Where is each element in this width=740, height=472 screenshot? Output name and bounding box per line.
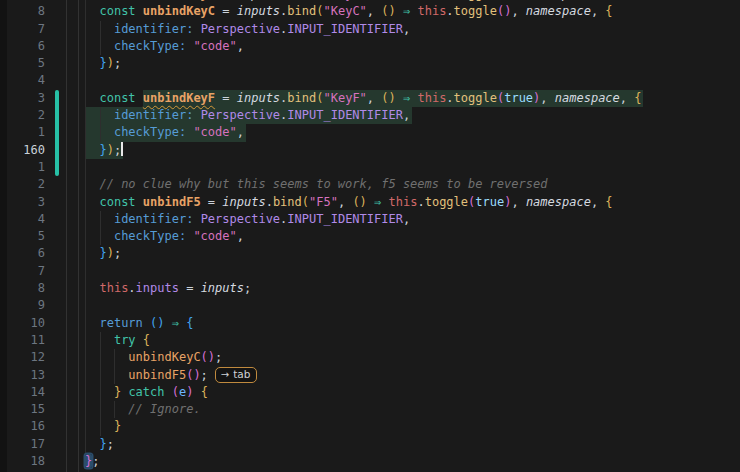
token-pun bbox=[396, 0, 403, 1]
line-number[interactable]: 3 bbox=[0, 90, 45, 107]
code-line[interactable]: 5 }); bbox=[0, 55, 740, 72]
token-ws bbox=[85, 316, 99, 330]
active-line-number[interactable]: 160 bbox=[0, 142, 45, 159]
token-bp: () bbox=[497, 0, 511, 1]
line-number[interactable]: 8 bbox=[0, 3, 45, 20]
token-var: inputs bbox=[237, 0, 280, 1]
line-number[interactable]: 18 bbox=[0, 453, 45, 470]
code-line[interactable]: 4 identifier: Perspective.INPUT_IDENTIFI… bbox=[0, 211, 740, 228]
token-meth: toggle bbox=[425, 195, 468, 209]
line-number[interactable]: 10 bbox=[0, 315, 45, 332]
token-this: this bbox=[99, 281, 128, 295]
code-line-text: identifier: Perspective.INPUT_IDENTIFIER… bbox=[85, 21, 410, 38]
token-bg: () bbox=[352, 195, 366, 209]
line-number[interactable]: 12 bbox=[0, 349, 45, 366]
token-ws bbox=[85, 281, 99, 295]
code-line[interactable]: 15 // Ignore. bbox=[0, 401, 740, 418]
token-pun: = bbox=[215, 91, 237, 105]
code-line[interactable]: 3 const unbindF5 = inputs.bind("F5", () … bbox=[0, 194, 740, 211]
token-kw: const bbox=[99, 195, 142, 209]
code-line-text: }); bbox=[85, 55, 121, 72]
code-line[interactable]: 1 checkType: "code", bbox=[0, 124, 740, 141]
code-line[interactable]: 3 const unbindKeyF = inputs.bind("KeyF",… bbox=[0, 90, 740, 107]
code-line[interactable]: 17 }; bbox=[0, 436, 740, 453]
line-number[interactable]: 14 bbox=[0, 384, 45, 401]
line-number[interactable]: 7 bbox=[0, 21, 45, 38]
code-line[interactable]: 10 return () ⇒ { bbox=[0, 315, 740, 332]
line-number[interactable]: 7 bbox=[0, 263, 45, 280]
token-pun bbox=[164, 316, 171, 330]
code-line[interactable]: 13 unbindF5();→tab bbox=[0, 367, 740, 384]
token-bg: { bbox=[634, 91, 641, 105]
code-line-text: // Ignore. bbox=[85, 401, 201, 418]
token-str: "KeyC" bbox=[323, 4, 366, 18]
code-line[interactable]: 11 try { bbox=[0, 332, 740, 349]
token-bg: } bbox=[114, 419, 121, 433]
code-line[interactable]: 7 identifier: Perspective.INPUT_IDENTIFI… bbox=[0, 21, 740, 38]
token-bg: ) bbox=[107, 246, 114, 260]
code-line-text: }); bbox=[85, 245, 121, 262]
token-meth: bind bbox=[287, 91, 316, 105]
code-line-text: }); bbox=[85, 142, 123, 159]
line-number[interactable]: 5 bbox=[0, 228, 45, 245]
code-editor[interactable]: const unbindKeyC = inputs.bind("KeyC", (… bbox=[0, 0, 740, 472]
code-line[interactable]: 160 }); bbox=[0, 142, 740, 159]
token-pun bbox=[193, 385, 200, 399]
git-gutter-indicator[interactable] bbox=[55, 90, 59, 177]
token-bp: ( bbox=[172, 385, 179, 399]
token-pun: , bbox=[403, 22, 410, 36]
line-number[interactable]: 3 bbox=[0, 194, 45, 211]
code-line[interactable]: 5 checkType: "code", bbox=[0, 228, 740, 245]
token-bg: { bbox=[201, 385, 208, 399]
code-line-text: } bbox=[85, 418, 121, 435]
line-number[interactable]: 9 bbox=[0, 297, 45, 314]
line-number[interactable]: 4 bbox=[0, 211, 45, 228]
token-prop: identifier: bbox=[114, 108, 193, 122]
code-line-text: return () ⇒ { bbox=[85, 315, 193, 332]
line-number[interactable]: 1 bbox=[0, 124, 45, 141]
token-mod: inputs bbox=[136, 281, 179, 295]
line-number[interactable]: 6 bbox=[0, 38, 45, 55]
code-line[interactable]: 18}; bbox=[0, 453, 740, 470]
line-number[interactable]: 4 bbox=[0, 72, 45, 89]
line-number[interactable]: 13 bbox=[0, 367, 45, 384]
code-line[interactable]: 8 this.inputs = inputs; bbox=[0, 280, 740, 297]
code-line-text: identifier: Perspective.INPUT_IDENTIFIER… bbox=[85, 107, 410, 124]
code-line[interactable]: 7 bbox=[0, 263, 740, 280]
token-ws bbox=[85, 212, 114, 226]
line-number[interactable]: 5 bbox=[0, 55, 45, 72]
code-line[interactable]: 2 identifier: Perspective.INPUT_IDENTIFI… bbox=[0, 107, 740, 124]
code-line[interactable]: 9 bbox=[0, 297, 740, 314]
code-line[interactable]: 12 unbindKeyC(); bbox=[0, 349, 740, 366]
token-mod: Perspective bbox=[201, 22, 280, 36]
token-mod: INPUT_IDENTIFIER bbox=[287, 212, 403, 226]
token-ws bbox=[85, 108, 114, 122]
token-pun: ; bbox=[114, 56, 121, 70]
code-line[interactable]: 8 const unbindKeyC = inputs.bind("KeyC",… bbox=[0, 3, 740, 20]
line-number[interactable]: 16 bbox=[0, 418, 45, 435]
line-number[interactable]: 11 bbox=[0, 332, 45, 349]
token-pun: , bbox=[237, 125, 244, 139]
token-pun: , bbox=[403, 108, 410, 122]
token-bg: { bbox=[143, 333, 150, 347]
line-number[interactable]: 8 bbox=[0, 280, 45, 297]
line-number[interactable]: 17 bbox=[0, 436, 45, 453]
text-cursor bbox=[121, 142, 123, 156]
code-line[interactable]: 2 // no clue why but this seems to work,… bbox=[0, 176, 740, 193]
code-line[interactable]: 6 checkType: "code", bbox=[0, 38, 740, 55]
line-number[interactable]: 15 bbox=[0, 401, 45, 418]
line-number[interactable]: 6 bbox=[0, 245, 45, 262]
token-pun bbox=[381, 195, 388, 209]
token-pun: ; bbox=[107, 437, 114, 451]
token-meth: toggle bbox=[454, 4, 497, 18]
line-number[interactable]: 1 bbox=[0, 159, 45, 176]
code-line[interactable]: 4 bbox=[0, 72, 740, 89]
line-number[interactable]: 2 bbox=[0, 107, 45, 124]
tab-hint-badge[interactable]: →tab bbox=[215, 367, 258, 383]
code-line[interactable]: 14 } catch (e) { bbox=[0, 384, 740, 401]
code-line[interactable]: 6 }); bbox=[0, 245, 740, 262]
code-line[interactable]: 1 bbox=[0, 159, 740, 176]
token-ws bbox=[85, 177, 99, 191]
code-line[interactable]: 16 } bbox=[0, 418, 740, 435]
line-number[interactable]: 2 bbox=[0, 176, 45, 193]
